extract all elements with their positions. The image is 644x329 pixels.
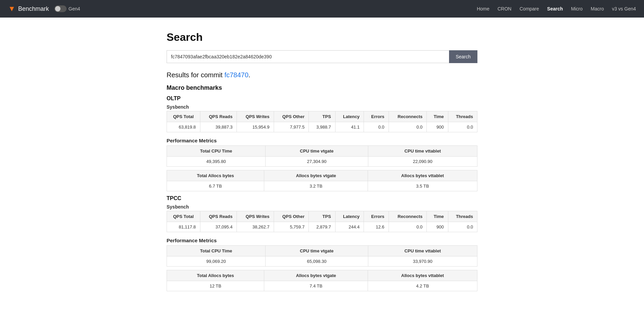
col-qps-other: QPS Other — [274, 211, 309, 222]
cell-allocs-vtgate: 7.4 TB — [264, 281, 368, 291]
col-qps-reads: QPS Reads — [200, 111, 237, 122]
nav-links: Home CRON Compare Search Micro Macro v3 … — [477, 6, 636, 11]
nav-search[interactable]: Search — [547, 6, 563, 11]
col-tps: TPS — [309, 211, 335, 222]
col-time: Time — [427, 211, 448, 222]
cell-qps-reads: 39,887.3 — [200, 122, 237, 132]
gen4-toggle-container: Gen4 — [54, 5, 80, 12]
cell-cpu-vttablet: 22,090.90 — [368, 157, 477, 167]
cell-latency: 244.4 — [335, 222, 364, 232]
col-reconnects: Reconnects — [389, 111, 427, 122]
table-header-row: QPS Total QPS Reads QPS Writes QPS Other… — [167, 111, 477, 122]
col-cpu-vttablet: CPU time vttablet — [368, 246, 477, 256]
cell-time: 900 — [427, 122, 448, 132]
cell-threads: 0.0 — [448, 122, 477, 132]
cell-qps-writes: 15,954.9 — [237, 122, 274, 132]
cell-allocs-vttablet: 3.5 TB — [368, 181, 477, 191]
cell-total-cpu: 49,395.80 — [167, 157, 266, 167]
brand-name: Benchmark — [18, 5, 49, 12]
table-row: 99,069.20 65,098.30 33,970.90 — [167, 256, 477, 267]
col-qps-total: QPS Total — [167, 211, 200, 222]
col-total-allocs: Total Allocs bytes — [167, 170, 264, 181]
col-threads: Threads — [448, 111, 477, 122]
col-qps-reads: QPS Reads — [200, 211, 237, 222]
commit-link[interactable]: fc78470 — [224, 71, 248, 79]
cell-latency: 41.1 — [335, 122, 364, 132]
metrics-header-row: Total Allocs bytes Allocs bytes vtgate A… — [167, 170, 477, 181]
cell-reconnects: 0.0 — [389, 222, 427, 232]
col-total-allocs: Total Allocs bytes — [167, 270, 264, 281]
col-threads: Threads — [448, 211, 477, 222]
table-row: 49,395.80 27,304.90 22,090.90 — [167, 157, 477, 167]
cell-total-allocs: 12 TB — [167, 281, 264, 291]
table-header-row: QPS Total QPS Reads QPS Writes QPS Other… — [167, 211, 477, 222]
cell-cpu-vtgate: 27,304.90 — [266, 157, 368, 167]
nav-cron[interactable]: CRON — [498, 6, 512, 11]
nav-macro[interactable]: Macro — [591, 6, 604, 11]
col-total-cpu: Total CPU Time — [167, 246, 266, 256]
tpcc-allocs-table: Total Allocs bytes Allocs bytes vtgate A… — [167, 270, 477, 291]
tpcc-title: TPCC — [167, 195, 477, 201]
tpcc-sysbench-title: Sysbench — [167, 204, 477, 210]
col-time: Time — [427, 111, 448, 122]
oltp-title: OLTP — [167, 95, 477, 102]
cell-total-allocs: 6.7 TB — [167, 181, 264, 191]
results-prefix: Results for commit — [167, 71, 224, 79]
col-tps: TPS — [309, 111, 335, 122]
brand: ▼ Benchmark — [8, 4, 49, 13]
col-cpu-vttablet: CPU time vttablet — [368, 146, 477, 157]
oltp-allocs-table: Total Allocs bytes Allocs bytes vtgate A… — [167, 170, 477, 191]
cell-allocs-vttablet: 4.2 TB — [368, 281, 477, 291]
search-input[interactable] — [167, 50, 449, 63]
cell-qps-total: 81,117.8 — [167, 222, 200, 232]
nav-compare[interactable]: Compare — [520, 6, 539, 11]
nav-micro[interactable]: Micro — [571, 6, 583, 11]
nav-v3-vs-gen4[interactable]: v3 vs Gen4 — [612, 6, 636, 11]
col-allocs-vttablet: Allocs bytes vttablet — [368, 270, 477, 281]
main-content: Search Search Results for commit fc78470… — [160, 18, 484, 315]
cell-qps-total: 63,819.8 — [167, 122, 200, 132]
cell-total-cpu: 99,069.20 — [167, 256, 266, 267]
table-row: 6.7 TB 3.2 TB 3.5 TB — [167, 181, 477, 191]
cell-threads: 0.0 — [448, 222, 477, 232]
gen4-toggle[interactable] — [54, 5, 67, 12]
cell-errors: 12.6 — [364, 222, 389, 232]
cell-cpu-vttablet: 33,970.90 — [368, 256, 477, 267]
brand-logo-icon: ▼ — [8, 4, 16, 13]
navbar: ▼ Benchmark Gen4 Home CRON Compare Searc… — [0, 0, 644, 18]
col-total-cpu: Total CPU Time — [167, 146, 266, 157]
col-allocs-vtgate: Allocs bytes vtgate — [264, 170, 368, 181]
cell-qps-other: 5,759.7 — [274, 222, 309, 232]
oltp-cpu-time-table: Total CPU Time CPU time vtgate CPU time … — [167, 145, 477, 167]
col-qps-total: QPS Total — [167, 111, 200, 122]
nav-home[interactable]: Home — [477, 6, 489, 11]
cell-tps: 3,988.7 — [309, 122, 335, 132]
cell-errors: 0.0 — [364, 122, 389, 132]
macro-benchmarks-title: Macro benchmarks — [167, 84, 477, 91]
metrics-header-row: Total CPU Time CPU time vtgate CPU time … — [167, 146, 477, 157]
oltp-perf-metrics-label: Performance Metrics — [167, 138, 477, 143]
col-cpu-vtgate: CPU time vtgate — [266, 246, 368, 256]
cell-qps-reads: 37,095.4 — [200, 222, 237, 232]
search-button[interactable]: Search — [449, 50, 477, 63]
search-bar: Search — [167, 50, 477, 63]
col-latency: Latency — [335, 111, 364, 122]
oltp-sysbench-title: Sysbench — [167, 104, 477, 110]
table-row: 63,819.8 39,887.3 15,954.9 7,977.5 3,988… — [167, 122, 477, 132]
cell-allocs-vtgate: 3.2 TB — [264, 181, 368, 191]
cell-tps: 2,879.7 — [309, 222, 335, 232]
tpcc-sysbench-table: QPS Total QPS Reads QPS Writes QPS Other… — [167, 211, 477, 232]
col-qps-other: QPS Other — [274, 111, 309, 122]
metrics-header-row: Total Allocs bytes Allocs bytes vtgate A… — [167, 270, 477, 281]
col-reconnects: Reconnects — [389, 211, 427, 222]
cell-cpu-vtgate: 65,098.30 — [266, 256, 368, 267]
col-allocs-vttablet: Allocs bytes vttablet — [368, 170, 477, 181]
toggle-label: Gen4 — [69, 6, 80, 11]
table-row: 12 TB 7.4 TB 4.2 TB — [167, 281, 477, 291]
table-row: 81,117.8 37,095.4 38,262.7 5,759.7 2,879… — [167, 222, 477, 232]
cell-time: 900 — [427, 222, 448, 232]
col-allocs-vtgate: Allocs bytes vtgate — [264, 270, 368, 281]
col-latency: Latency — [335, 211, 364, 222]
cell-qps-writes: 38,262.7 — [237, 222, 274, 232]
results-heading: Results for commit fc78470. — [167, 71, 477, 79]
